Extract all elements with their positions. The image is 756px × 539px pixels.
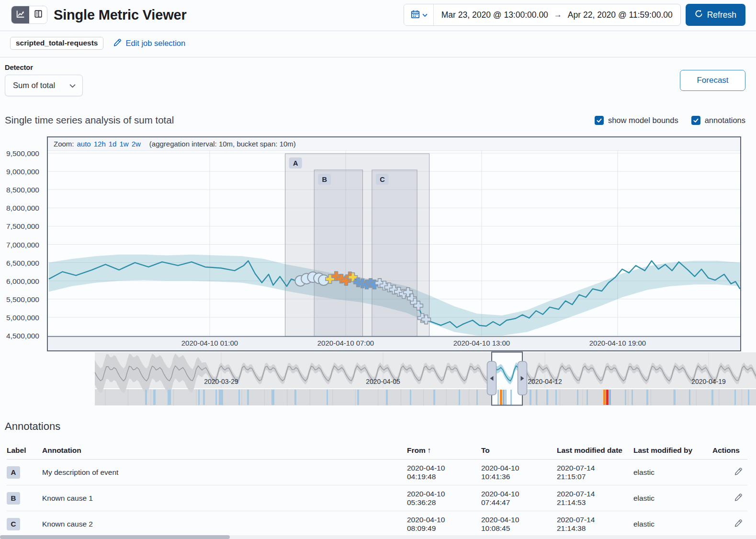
job-id-badge[interactable]: scripted_total-requests [10, 37, 103, 50]
start-date-button[interactable]: Mar 23, 2020 @ 13:00:00.00 [441, 10, 548, 20]
annotation-modified-by: elastic [633, 460, 712, 485]
svg-text:B: B [322, 176, 327, 183]
zoom-option-1w[interactable]: 1w [119, 140, 128, 148]
zoom-option-1d[interactable]: 1d [109, 140, 117, 148]
annotation-from: 2020-04-1005:36:28 [407, 485, 481, 511]
focus-timeseries-chart[interactable]: ABC2020-04-10 01:002020-04-10 07:002020-… [48, 151, 740, 350]
annotation-boxes [285, 154, 429, 337]
timeseries-chart-area: 9,500,0009,000,0008,500,0008,000,0007,50… [47, 136, 741, 407]
col-annotation[interactable]: Annotation [42, 440, 407, 460]
annotation-to: 2020-04-1010:08:45 [481, 511, 557, 537]
col-actions: Actions [712, 440, 747, 460]
focus-chart-frame: Zoom: auto 12h 1d 1w 2w (aggregation int… [47, 136, 741, 351]
y-axis-label: 4,500,000 [0, 332, 39, 340]
end-date-button[interactable]: Apr 22, 2020 @ 11:59:00.00 [568, 10, 673, 20]
horizontal-scrollbar-thumb[interactable] [0, 535, 230, 539]
svg-text:A: A [293, 159, 298, 167]
show-model-bounds-checkbox[interactable]: show model bounds [595, 116, 678, 125]
zoom-label: Zoom: [54, 140, 74, 148]
y-axis-label: 6,500,000 [0, 259, 39, 268]
y-axis-label: 8,000,000 [0, 204, 39, 213]
x-axis-label: 2020-04-10 07:00 [317, 339, 374, 347]
annotation-modified-date: 2020-07-1421:14:53 [557, 485, 633, 511]
context-x-label: 2020-04-12 [528, 378, 562, 385]
context-x-label: 2020-04-19 [691, 378, 726, 385]
detector-select[interactable]: Sum of total [5, 75, 83, 96]
detector-label: Detector [5, 64, 745, 71]
page-title: Single Metric Viewer [54, 7, 187, 23]
annotation-to: 2020-04-1007:44:47 [481, 485, 557, 511]
calendar-icon [411, 10, 420, 20]
annotations-table: Label Annotation From↑ To Last modified … [7, 440, 747, 537]
refresh-icon [695, 10, 703, 20]
forecast-button[interactable]: Forecast [680, 70, 745, 91]
single-metric-viewer-toggle[interactable] [11, 6, 29, 23]
page-header: Single Metric Viewer Mar 23, 2020 @ 13:0… [0, 0, 756, 31]
checkbox-checked-icon [595, 116, 604, 125]
edit-annotation-button[interactable] [733, 466, 744, 478]
x-axis-label: 2020-04-10 01:00 [181, 339, 238, 347]
y-axis-label: 8,500,000 [0, 186, 39, 194]
table-row-annotation-A[interactable]: A My description of event 2020-04-1004:1… [7, 460, 747, 485]
checkbox-checked-icon [691, 116, 700, 125]
y-axis-label: 7,500,000 [0, 222, 39, 231]
x-axis-label: 2020-04-10 13:00 [453, 339, 510, 347]
svg-text:C: C [380, 176, 385, 183]
annotation-text: Known cause 1 [42, 485, 407, 511]
annotation-modified-by: elastic [633, 511, 712, 537]
date-range-picker: Mar 23, 2020 @ 13:00:00.00 → Apr 22, 202… [404, 4, 681, 26]
col-from[interactable]: From↑ [407, 440, 481, 460]
x-axis-label: 2020-04-10 19:00 [589, 339, 646, 347]
explorer-layout-icon [34, 10, 43, 20]
sort-asc-icon: ↑ [428, 446, 431, 454]
view-toggle-group [11, 6, 47, 23]
zoom-option-auto[interactable]: auto [77, 140, 91, 148]
col-last-modified-date[interactable]: Last modified date [557, 440, 633, 460]
annotation-from: 2020-04-1008:09:49 [407, 511, 481, 537]
edit-annotation-button[interactable] [733, 492, 744, 504]
annotation-label-badge: C [7, 518, 20, 530]
table-row-annotation-C[interactable]: C Known cause 2 2020-04-1008:09:49 2020-… [7, 511, 747, 537]
y-axis-labels: 9,500,0009,000,0008,500,0008,000,0007,50… [0, 151, 43, 350]
detector-section: Detector Sum of total Forecast [0, 57, 756, 96]
annotation-text: My description of event [42, 460, 407, 485]
context-x-label: 2020-04-05 [366, 378, 400, 385]
annotation-modified-by: elastic [633, 485, 712, 511]
col-label[interactable]: Label [7, 440, 42, 460]
job-selection-bar: scripted_total-requests Edit job selecti… [0, 31, 756, 57]
chevron-down-icon [422, 11, 428, 19]
edit-job-selection-link[interactable]: Edit job selection [113, 38, 185, 49]
table-row-annotation-B[interactable]: B Known cause 1 2020-04-1005:36:28 2020-… [7, 485, 747, 511]
zoom-option-2w[interactable]: 2w [132, 140, 141, 148]
pencil-icon [113, 38, 122, 49]
y-axis-label: 5,000,000 [0, 314, 39, 322]
y-axis-label: 9,500,000 [0, 149, 39, 158]
annotation-label-badge: B [7, 492, 20, 505]
annotations-checkbox[interactable]: annotations [691, 116, 745, 125]
annotation-to: 2020-04-1010:41:36 [481, 460, 557, 485]
anomaly-explorer-toggle[interactable] [29, 6, 47, 23]
analysis-heading: Single time series analysis of sum total [5, 114, 174, 126]
table-header-row: Label Annotation From↑ To Last modified … [7, 440, 747, 460]
brush-handle-left[interactable] [487, 361, 496, 395]
zoom-option-12h[interactable]: 12h [94, 140, 106, 148]
y-axis-label: 9,000,000 [0, 168, 39, 176]
brush-handle-right[interactable] [518, 361, 527, 395]
chart-zoom-bar: Zoom: auto 12h 1d 1w 2w (aggregation int… [48, 137, 740, 151]
y-axis-label: 5,500,000 [0, 295, 39, 304]
context-chart-with-swimlane[interactable]: 2020-03-292020-04-052020-04-122020-04-19 [95, 351, 756, 407]
col-to[interactable]: To [481, 440, 557, 460]
horizontal-scrollbar [0, 535, 756, 539]
refresh-button[interactable]: Refresh [686, 4, 745, 26]
quick-select-menu-button[interactable] [404, 4, 434, 25]
date-range-arrow: → [554, 10, 562, 20]
col-last-modified-by[interactable]: Last modified by [633, 440, 712, 460]
y-axis-label: 7,000,000 [0, 241, 39, 249]
line-chart-icon [16, 10, 25, 20]
edit-annotation-button[interactable] [733, 518, 744, 530]
annotation-modified-date: 2020-07-1421:15:07 [557, 460, 633, 485]
annotation-modified-date: 2020-07-1421:14:38 [557, 511, 633, 537]
chevron-down-icon [69, 81, 76, 90]
annotation-label-badge: A [7, 466, 20, 479]
context-x-label: 2020-03-29 [204, 378, 238, 385]
